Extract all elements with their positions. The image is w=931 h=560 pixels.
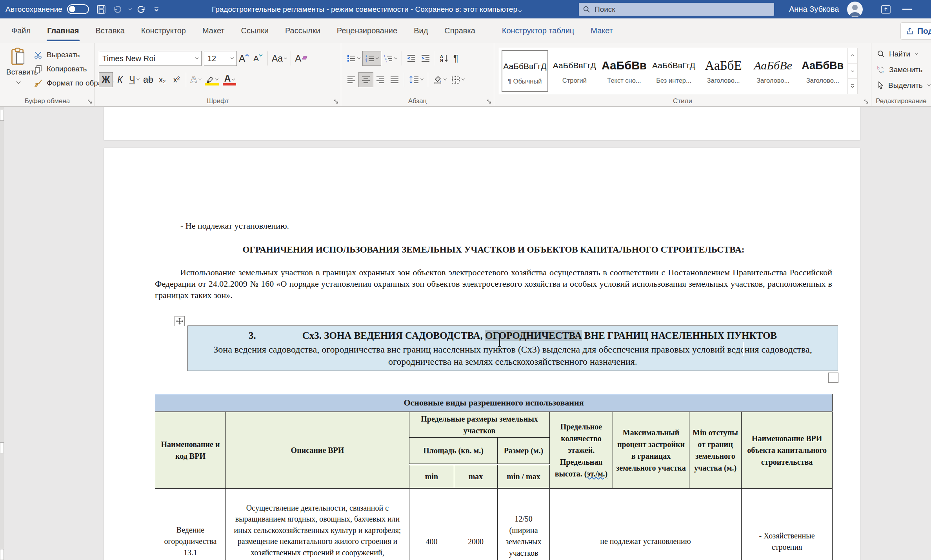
- paragraph-not-established[interactable]: - Не подлежат установлению.: [180, 221, 289, 231]
- tab-view[interactable]: Вид: [405, 18, 436, 43]
- increase-indent-button[interactable]: [418, 51, 433, 66]
- clipboard-dialog-launcher-icon[interactable]: [87, 99, 93, 104]
- tab-table-layout[interactable]: Макет: [582, 18, 621, 43]
- header-min-setback[interactable]: Min отступы от границ земельного участка…: [689, 412, 742, 489]
- font-color-button[interactable]: А: [221, 72, 238, 87]
- highlight-button[interactable]: [203, 72, 221, 87]
- user-name[interactable]: Анна Зубкова: [789, 0, 839, 18]
- tab-references[interactable]: Ссылки: [233, 18, 277, 43]
- left-strip-handle-middle[interactable]: [0, 442, 4, 453]
- numbering-button[interactable]: 123: [362, 51, 381, 66]
- restrictions-heading[interactable]: ОГРАНИЧЕНИЯ ИСПОЛЬЗОВАНИЯ ЗЕМЕЛЬНЫХ УЧАС…: [155, 245, 832, 255]
- zone-description[interactable]: Зона ведения садоводства, огородничества…: [188, 344, 838, 368]
- style-card-heading3[interactable]: АаБбВв Заголово...: [799, 50, 846, 92]
- redo-icon[interactable]: [137, 4, 147, 15]
- cell-description[interactable]: Осуществление деятельности, связанной с …: [226, 489, 409, 560]
- zone-title[interactable]: 3.Сх3. ЗОНА ВЕДЕНИЯ САДОВОДСТВА, ОГОРОДН…: [188, 329, 838, 342]
- clear-formatting-button[interactable]: А: [293, 51, 309, 66]
- grow-font-button[interactable]: A: [237, 51, 251, 66]
- cell-object-name[interactable]: - Хозяйственные строения: [742, 489, 833, 560]
- style-card-footnote[interactable]: АаБбВв Текст сно...: [601, 50, 647, 92]
- minimize-button[interactable]: [902, 9, 912, 10]
- strikethrough-button[interactable]: ab: [141, 72, 155, 87]
- font-dialog-launcher-icon[interactable]: [333, 99, 339, 104]
- zone-heading-box[interactable]: 3.Сх3. ЗОНА ВЕДЕНИЯ САДОВОДСТВА, ОГОРОДН…: [187, 325, 838, 371]
- show-marks-button[interactable]: ¶: [451, 51, 461, 66]
- replace-button[interactable]: bc Заменить: [877, 63, 930, 77]
- bullets-button[interactable]: [344, 51, 362, 66]
- tab-help[interactable]: Справка: [436, 18, 483, 43]
- document-title[interactable]: Градостроительные регламенты - режим сов…: [212, 0, 521, 18]
- align-left-button[interactable]: [344, 72, 358, 87]
- ribbon-display-options-icon[interactable]: [881, 5, 891, 14]
- header-max-percent[interactable]: Максимальный процент застройки в граница…: [613, 412, 689, 489]
- styles-dialog-launcher-icon[interactable]: [864, 99, 869, 104]
- cell-merged-not-established[interactable]: не подлежат установлению: [550, 489, 742, 560]
- cell-area-min[interactable]: 400: [409, 489, 454, 560]
- permitted-use-table[interactable]: Основные виды разрешенного использования…: [155, 394, 833, 560]
- tab-mailings[interactable]: Рассылки: [277, 18, 329, 43]
- header-area[interactable]: Площадь (кв. м.): [409, 438, 498, 464]
- cell-name-code[interactable]: Ведение огородничества 13.1: [155, 489, 226, 560]
- justify-button[interactable]: [387, 72, 402, 87]
- tab-table-design[interactable]: Конструктор таблиц: [494, 18, 583, 43]
- font-name-combobox[interactable]: Times New Roi: [99, 51, 202, 66]
- style-card-normal[interactable]: АаБбВвГгД ¶ Обычный: [502, 50, 548, 92]
- tab-home[interactable]: Главная: [39, 18, 87, 43]
- share-button[interactable]: Поделиться: [900, 22, 931, 40]
- decrease-indent-button[interactable]: [404, 51, 418, 66]
- shading-button[interactable]: [431, 72, 449, 87]
- borders-button[interactable]: [449, 72, 467, 87]
- undo-chevron-icon[interactable]: [129, 7, 132, 10]
- multilevel-list-button[interactable]: 1ai: [381, 51, 399, 66]
- styles-scroll-down-button[interactable]: [847, 63, 858, 78]
- text-effects-button[interactable]: А: [189, 72, 203, 87]
- subscript-button[interactable]: x₂: [155, 72, 169, 87]
- qat-overflow-icon[interactable]: [153, 5, 160, 13]
- autosave-toggle[interactable]: [67, 4, 89, 14]
- table-move-handle-icon[interactable]: [175, 316, 185, 326]
- change-case-button[interactable]: Aa: [270, 51, 288, 66]
- styles-expand-button[interactable]: [847, 79, 858, 94]
- style-card-no-spacing[interactable]: АаБбВвГгД Без интер...: [651, 50, 697, 92]
- shrink-font-button[interactable]: A: [251, 51, 265, 66]
- align-right-button[interactable]: [373, 72, 387, 87]
- header-size[interactable]: Размер (м.): [498, 438, 550, 464]
- tab-design[interactable]: Конструктор: [133, 18, 194, 43]
- paragraph-power-grid[interactable]: Использование земельных участков в грани…: [155, 267, 832, 301]
- header-object-name[interactable]: Наименование ВРИ объекта капитального ст…: [742, 412, 833, 489]
- line-spacing-button[interactable]: [407, 72, 425, 87]
- search-box[interactable]: [579, 3, 774, 16]
- cell-size-minmax[interactable]: 12/50 (ширина земельных участков вдоль ф…: [498, 489, 550, 560]
- find-button[interactable]: Найти: [877, 47, 930, 61]
- style-card-strict[interactable]: АаБбВвГгД Строгий: [551, 50, 598, 92]
- header-minmax[interactable]: min / max: [498, 464, 550, 489]
- previous-page-bottom[interactable]: [104, 107, 860, 140]
- search-input[interactable]: [595, 5, 770, 14]
- tab-insert[interactable]: Вставка: [87, 18, 133, 43]
- zone-box-resize-handle[interactable]: [828, 373, 838, 383]
- underline-button[interactable]: Ч: [127, 72, 141, 87]
- left-strip-handle-bottom[interactable]: [0, 549, 4, 560]
- font-size-combobox[interactable]: 12: [204, 51, 237, 66]
- header-description[interactable]: Описание ВРИ: [226, 412, 409, 489]
- sort-button[interactable]: АЯ: [438, 51, 451, 66]
- tab-layout[interactable]: Макет: [194, 18, 233, 43]
- select-button[interactable]: Выделить: [877, 78, 930, 93]
- avatar[interactable]: [847, 2, 863, 17]
- italic-button[interactable]: К: [113, 72, 127, 87]
- document-page[interactable]: - Не подлежат установлению. ОГРАНИЧЕНИЯ …: [104, 148, 860, 560]
- header-floors[interactable]: Предельное количество этажей. Предельная…: [550, 412, 613, 489]
- align-center-button[interactable]: [358, 72, 373, 87]
- header-limit-sizes[interactable]: Предельные размеры земельных участков: [409, 412, 550, 438]
- paragraph-dialog-launcher-icon[interactable]: [486, 99, 492, 104]
- style-card-heading2[interactable]: АаБбВе Заголово...: [750, 50, 796, 92]
- style-card-heading1[interactable]: АаБбЕ Заголово...: [700, 50, 747, 92]
- left-strip-handle-top[interactable]: [0, 110, 4, 121]
- paste-button[interactable]: Вставить: [6, 47, 31, 85]
- styles-scroll-up-button[interactable]: [847, 48, 858, 63]
- header-name-code[interactable]: Наименование и код ВРИ: [155, 412, 226, 489]
- undo-icon[interactable]: [112, 4, 122, 15]
- header-max[interactable]: max: [454, 464, 498, 489]
- tab-file[interactable]: Файл: [3, 18, 39, 43]
